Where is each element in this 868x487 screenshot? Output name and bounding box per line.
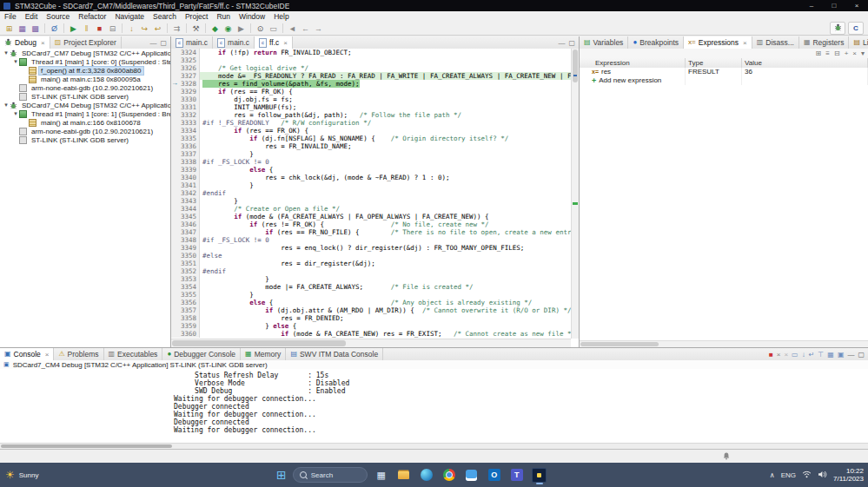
collapse-all-icon[interactable]: ⊟ (834, 49, 840, 57)
close-icon[interactable]: × (45, 351, 50, 359)
breakpoint-ruler[interactable] (171, 150, 178, 158)
editor-body[interactable]: 3324 if (!fp) return FR_INVALID_OBJECT;3… (171, 49, 571, 339)
close-icon[interactable]: × (743, 39, 747, 47)
tab-live-ex[interactable]: ▤Live Ex... (849, 36, 868, 49)
code-line[interactable]: 3333#if !_FS_READONLY /* R/W configurati… (171, 119, 571, 127)
code-line[interactable]: 3338#if _FS_LOCK != 0 (171, 158, 571, 166)
debug-tree-row[interactable]: ▾SDCard7_CM4 Debug [STM32 C/C++ Applicat… (0, 101, 170, 109)
overview-annotation-mark[interactable] (573, 75, 577, 76)
breakpoint-ruler[interactable] (171, 236, 178, 244)
menu-help[interactable]: Help (269, 12, 293, 21)
taskbar-clock[interactable]: 10:22 7/11/2023 (833, 467, 864, 484)
debug-tree-row[interactable]: ST-LINK (ST-LINK GDB server) (0, 92, 170, 101)
weather-widget[interactable]: ☀ Sunny (5, 463, 38, 487)
word-wrap-icon[interactable]: ↵ (809, 351, 815, 359)
breakpoint-ruler[interactable] (171, 166, 178, 174)
tab-breakpoints[interactable]: ●Breakpoints (628, 36, 684, 49)
expression-row[interactable]: x=resFRESULT36 (580, 68, 868, 76)
code-line[interactable]: 3327 mode &= _FS_READONLY ? FA_READ : FA… (171, 72, 571, 80)
breakpoint-ruler[interactable] (171, 244, 178, 252)
scrollbar-thumb[interactable] (580, 342, 659, 346)
edge-icon[interactable] (417, 465, 436, 484)
breakpoint-ruler[interactable] (171, 306, 178, 314)
clear-console-icon[interactable]: ▭ (792, 351, 798, 359)
suspend-icon[interactable]: ‖ (80, 23, 93, 34)
code-line[interactable]: 3360 if (mode & FA_CREATE_NEW) res = FR_… (171, 330, 571, 338)
tab-swv-itm-data-console[interactable]: ▤SWV ITM Data Console (286, 348, 383, 360)
notification-icon[interactable] (723, 452, 730, 462)
debug-tree-row[interactable]: f_open() at ff.c:3,328 0x800ab80 (0, 66, 170, 75)
close-icon[interactable]: × (41, 39, 45, 47)
scrollbar-thumb[interactable] (172, 340, 346, 346)
wifi-icon[interactable] (802, 471, 812, 480)
editor-horizontal-scrollbar[interactable] (171, 339, 571, 347)
tab-executables[interactable]: ▥Executables (104, 348, 163, 360)
breakpoint-ruler[interactable] (171, 330, 178, 338)
breakpoint-ruler[interactable] (171, 88, 178, 95)
view-menu-icon[interactable]: ▾ (861, 49, 865, 57)
minimize-view-icon[interactable]: — (149, 39, 156, 47)
breakpoint-ruler[interactable] (171, 220, 178, 228)
code-line[interactable]: 3349 res = enq_lock() ? dir_register(&dj… (171, 244, 571, 252)
show-type-names-icon[interactable]: ⊞ (816, 49, 822, 57)
code-line[interactable]: 3355 } (171, 291, 571, 299)
c-cpp-perspective-button[interactable]: C (848, 22, 864, 35)
breakpoint-ruler[interactable] (171, 142, 178, 150)
code-line[interactable]: 3358 res = FR_DENIED; (171, 314, 571, 322)
column-type[interactable]: Type (686, 58, 742, 68)
breakpoint-ruler[interactable] (171, 49, 178, 56)
close-button[interactable]: × (845, 2, 868, 10)
breakpoint-ruler[interactable] (171, 174, 178, 181)
resume-icon[interactable]: ▶ (67, 23, 80, 34)
debug-tree-row[interactable]: arm-none-eabi-gdb (10.2.90.20210621) (0, 127, 170, 135)
breakpoint-ruler[interactable] (171, 299, 178, 306)
teams-icon[interactable] (507, 465, 527, 484)
save-icon[interactable]: ▦ (16, 23, 29, 34)
volume-icon[interactable] (818, 471, 827, 480)
editor-tab-ff-c-2[interactable]: cff.c× (255, 36, 293, 49)
open-console-icon[interactable]: ▣ (838, 351, 845, 359)
breakpoint-ruler[interactable] (171, 213, 178, 220)
remove-all-terminated-icon[interactable]: × (784, 351, 788, 359)
minimize-view-icon[interactable]: — (847, 351, 854, 359)
breakpoint-ruler[interactable] (171, 314, 178, 322)
breakpoint-ruler[interactable] (171, 189, 178, 197)
console-output[interactable]: Status Refresh Delay : 15s Verbose Mode … (0, 369, 868, 443)
expand-icon[interactable]: ▾ (12, 110, 19, 117)
code-line[interactable]: 3339 else { (171, 166, 571, 174)
breakpoint-ruler[interactable] (171, 64, 178, 72)
breakpoint-ruler[interactable] (171, 252, 178, 260)
expand-icon[interactable]: ▾ (3, 49, 10, 56)
code-line[interactable]: 3329 if (res == FR_OK) { (171, 88, 571, 95)
code-line[interactable]: 3342#endif (171, 189, 571, 197)
breakpoint-ruler[interactable] (171, 158, 178, 166)
column-expression[interactable]: Expression (580, 58, 686, 68)
code-line[interactable]: 3353 } (171, 275, 571, 283)
tab-debugger-console[interactable]: ●Debugger Console (162, 348, 241, 360)
code-line[interactable]: 3344 /* Create or Open a file */ (171, 205, 571, 213)
code-line[interactable]: 3335 if (dj.fn[NSFLAG] & NS_NONAME) { /*… (171, 135, 571, 142)
code-line[interactable]: 3351 res = dir_register(&dj); (171, 260, 571, 267)
debug-icon[interactable]: ◆ (209, 23, 222, 34)
column-value[interactable]: Value (742, 58, 868, 68)
display-selected-console-icon[interactable]: ▦ (827, 351, 834, 359)
expand-icon[interactable]: ▾ (3, 102, 10, 109)
console-horizontal-scrollbar[interactable] (0, 443, 868, 449)
minimize-button[interactable]: – (800, 2, 823, 10)
stm32cubeide-icon[interactable] (530, 465, 549, 484)
code-line[interactable]: 3345 if (mode & (FA_CREATE_ALWAYS | FA_O… (171, 213, 571, 220)
menu-search[interactable]: Search (149, 12, 181, 21)
forward-icon[interactable]: → (312, 23, 325, 34)
tab-expressions[interactable]: x=Expressions× (684, 36, 752, 49)
code-line[interactable]: 3348#if _FS_LOCK != 0 (171, 236, 571, 244)
add-expression-icon[interactable]: + (845, 49, 849, 57)
code-line[interactable]: 3334 if (res == FR_OK) { (171, 127, 571, 135)
tab-problems[interactable]: ⚠Problems (54, 348, 103, 360)
code-line[interactable]: 3337 } (171, 150, 571, 158)
debug-tree-row[interactable]: ST-LINK (ST-LINK GDB server) (0, 135, 170, 144)
breakpoint-ruler[interactable] (171, 322, 178, 330)
start-button[interactable]: ⊞ (275, 469, 288, 481)
tray-chevron-icon[interactable]: ∧ (770, 471, 775, 479)
code-line[interactable]: 3347 if (res == FR_NO_FILE) { /* There i… (171, 228, 571, 236)
code-line[interactable]: 3325 (171, 56, 571, 64)
